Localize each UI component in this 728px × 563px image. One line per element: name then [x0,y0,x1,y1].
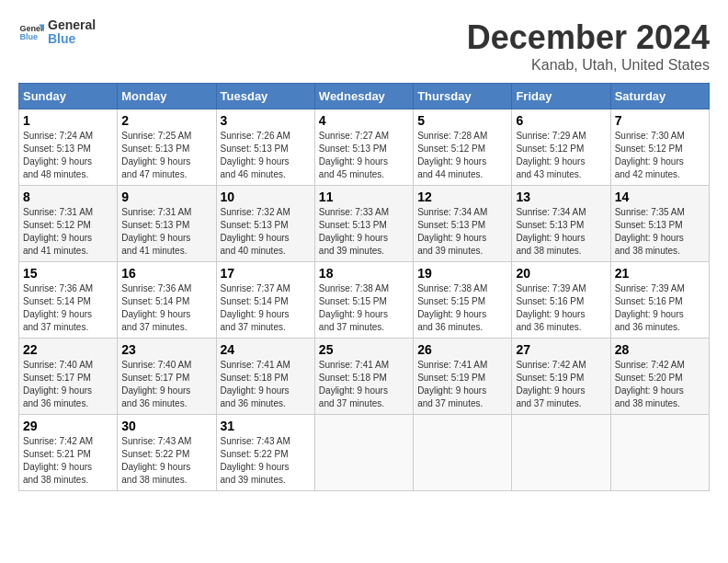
day-info: Sunrise: 7:26 AMSunset: 5:13 PMDaylight:… [221,130,311,181]
day-number: 10 [221,190,311,204]
logo-line1: General [48,18,96,32]
day-number: 24 [221,342,311,357]
calendar-cell: 29Sunrise: 7:42 AMSunset: 5:21 PMDayligh… [19,415,118,491]
calendar-week-row: 29Sunrise: 7:42 AMSunset: 5:21 PMDayligh… [19,415,710,491]
day-info: Sunrise: 7:41 AMSunset: 5:19 PMDaylight:… [417,359,507,410]
day-info: Sunrise: 7:38 AMSunset: 5:15 PMDaylight:… [319,282,409,334]
day-number: 30 [121,419,211,433]
calendar-cell [512,415,610,491]
calendar-cell: 14Sunrise: 7:35 AMSunset: 5:13 PMDayligh… [610,186,709,262]
day-info: Sunrise: 7:41 AMSunset: 5:18 PMDaylight:… [319,359,409,410]
day-info: Sunrise: 7:41 AMSunset: 5:18 PMDaylight:… [221,359,311,410]
calendar-cell: 23Sunrise: 7:40 AMSunset: 5:17 PMDayligh… [118,339,216,415]
day-info: Sunrise: 7:39 AMSunset: 5:16 PMDaylight:… [615,282,705,334]
calendar-cell: 11Sunrise: 7:33 AMSunset: 5:13 PMDayligh… [314,186,413,262]
page-header: General Blue General Blue December 2024 … [18,18,710,74]
day-number: 16 [121,266,211,281]
day-info: Sunrise: 7:40 AMSunset: 5:17 PMDaylight:… [23,359,113,410]
day-number: 31 [221,419,311,433]
calendar-cell: 24Sunrise: 7:41 AMSunset: 5:18 PMDayligh… [216,339,314,415]
calendar-cell: 18Sunrise: 7:38 AMSunset: 5:15 PMDayligh… [314,262,413,339]
calendar-cell: 7Sunrise: 7:30 AMSunset: 5:12 PMDaylight… [610,109,709,186]
svg-text:Blue: Blue [19,33,38,42]
day-number: 7 [615,113,705,128]
location-subtitle: Kanab, Utah, United States [467,57,710,74]
calendar-cell: 28Sunrise: 7:42 AMSunset: 5:20 PMDayligh… [610,339,709,415]
day-number: 22 [23,342,113,357]
day-number: 26 [417,342,507,357]
day-info: Sunrise: 7:39 AMSunset: 5:16 PMDaylight:… [516,282,606,334]
day-info: Sunrise: 7:35 AMSunset: 5:13 PMDaylight:… [615,206,705,258]
day-number: 1 [23,113,113,128]
day-number: 11 [319,190,409,204]
calendar-cell: 3Sunrise: 7:26 AMSunset: 5:13 PMDaylight… [216,109,314,186]
calendar-cell: 20Sunrise: 7:39 AMSunset: 5:16 PMDayligh… [512,262,610,339]
day-number: 25 [319,342,409,357]
calendar-cell: 21Sunrise: 7:39 AMSunset: 5:16 PMDayligh… [610,262,709,339]
calendar-cell: 13Sunrise: 7:34 AMSunset: 5:13 PMDayligh… [512,186,610,262]
day-number: 29 [23,419,113,433]
day-number: 13 [516,190,606,204]
calendar-week-row: 22Sunrise: 7:40 AMSunset: 5:17 PMDayligh… [19,339,710,415]
day-info: Sunrise: 7:40 AMSunset: 5:17 PMDaylight:… [121,359,211,410]
day-number: 28 [615,342,705,357]
day-of-week-header: Saturday [610,84,709,109]
day-number: 27 [516,342,606,357]
day-info: Sunrise: 7:36 AMSunset: 5:14 PMDaylight:… [121,282,211,334]
day-info: Sunrise: 7:36 AMSunset: 5:14 PMDaylight:… [23,282,113,334]
logo-icon: General Blue [18,19,44,45]
day-of-week-header: Sunday [19,84,118,109]
calendar-cell: 8Sunrise: 7:31 AMSunset: 5:12 PMDaylight… [19,186,118,262]
calendar-cell [414,415,512,491]
day-info: Sunrise: 7:24 AMSunset: 5:13 PMDaylight:… [23,130,113,181]
day-number: 3 [221,113,311,128]
title-block: December 2024 Kanab, Utah, United States [467,18,710,74]
calendar-cell: 31Sunrise: 7:43 AMSunset: 5:22 PMDayligh… [216,415,314,491]
calendar-cell: 30Sunrise: 7:43 AMSunset: 5:22 PMDayligh… [118,415,216,491]
calendar-body: 1Sunrise: 7:24 AMSunset: 5:13 PMDaylight… [19,109,710,491]
month-title: December 2024 [467,18,710,57]
day-info: Sunrise: 7:28 AMSunset: 5:12 PMDaylight:… [417,130,507,181]
day-number: 19 [417,266,507,281]
day-info: Sunrise: 7:31 AMSunset: 5:13 PMDaylight:… [121,206,211,258]
calendar-cell: 6Sunrise: 7:29 AMSunset: 5:12 PMDaylight… [512,109,610,186]
day-number: 17 [221,266,311,281]
calendar-week-row: 8Sunrise: 7:31 AMSunset: 5:12 PMDaylight… [19,186,710,262]
day-of-week-header: Thursday [414,84,512,109]
day-number: 21 [615,266,705,281]
calendar-week-row: 15Sunrise: 7:36 AMSunset: 5:14 PMDayligh… [19,262,710,339]
day-number: 18 [319,266,409,281]
day-number: 23 [121,342,211,357]
day-info: Sunrise: 7:37 AMSunset: 5:14 PMDaylight:… [221,282,311,334]
calendar-header-row: SundayMondayTuesdayWednesdayThursdayFrid… [19,84,710,109]
calendar-table: SundayMondayTuesdayWednesdayThursdayFrid… [18,83,710,491]
calendar-cell: 15Sunrise: 7:36 AMSunset: 5:14 PMDayligh… [19,262,118,339]
calendar-cell [314,415,413,491]
day-info: Sunrise: 7:27 AMSunset: 5:13 PMDaylight:… [319,130,409,181]
day-info: Sunrise: 7:29 AMSunset: 5:12 PMDaylight:… [516,130,606,181]
day-info: Sunrise: 7:32 AMSunset: 5:13 PMDaylight:… [221,206,311,258]
day-of-week-header: Wednesday [314,84,413,109]
calendar-cell: 5Sunrise: 7:28 AMSunset: 5:12 PMDaylight… [414,109,512,186]
calendar-cell: 26Sunrise: 7:41 AMSunset: 5:19 PMDayligh… [414,339,512,415]
calendar-cell: 12Sunrise: 7:34 AMSunset: 5:13 PMDayligh… [414,186,512,262]
calendar-week-row: 1Sunrise: 7:24 AMSunset: 5:13 PMDaylight… [19,109,710,186]
day-number: 9 [121,190,211,204]
day-number: 8 [23,190,113,204]
calendar-cell [610,415,709,491]
day-info: Sunrise: 7:42 AMSunset: 5:21 PMDaylight:… [23,435,113,487]
day-info: Sunrise: 7:43 AMSunset: 5:22 PMDaylight:… [221,435,311,487]
day-number: 4 [319,113,409,128]
calendar-cell: 22Sunrise: 7:40 AMSunset: 5:17 PMDayligh… [19,339,118,415]
day-info: Sunrise: 7:42 AMSunset: 5:19 PMDaylight:… [516,359,606,410]
day-number: 5 [417,113,507,128]
day-of-week-header: Tuesday [216,84,314,109]
calendar-cell: 1Sunrise: 7:24 AMSunset: 5:13 PMDaylight… [19,109,118,186]
calendar-cell: 9Sunrise: 7:31 AMSunset: 5:13 PMDaylight… [118,186,216,262]
day-info: Sunrise: 7:30 AMSunset: 5:12 PMDaylight:… [615,130,705,181]
day-of-week-header: Monday [118,84,216,109]
calendar-cell: 17Sunrise: 7:37 AMSunset: 5:14 PMDayligh… [216,262,314,339]
day-info: Sunrise: 7:34 AMSunset: 5:13 PMDaylight:… [516,206,606,258]
logo: General Blue General Blue [18,18,96,47]
day-info: Sunrise: 7:38 AMSunset: 5:15 PMDaylight:… [417,282,507,334]
